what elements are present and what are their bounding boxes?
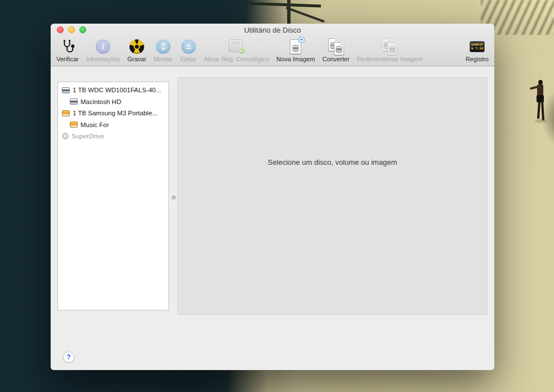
info-button[interactable]: i Informações [86,37,120,63]
mount-button[interactable]: Montar [154,37,173,63]
burn-label: Gravar [127,56,146,63]
titlebar[interactable]: Utilitário de Disco [51,24,494,36]
toolbar: Verificar i Informações Gravar [51,36,494,66]
resize-image-label: Redimensionar Imagem [357,56,423,63]
minimize-button[interactable] [68,26,75,33]
convert-label: Converter [323,56,350,63]
external-volume-icon [70,121,78,128]
burn-icon [129,37,144,56]
optical-drive-icon [62,133,69,139]
person-shadow [535,119,547,123]
convert-icon [328,37,344,56]
zoom-button[interactable] [79,26,86,33]
mount-icon [156,37,171,56]
new-image-icon [290,37,301,56]
splitter-grabber[interactable] [172,196,176,200]
resize-image-icon [382,37,397,56]
sidebar-item-label: Music For [81,121,109,128]
person-leg-right [541,102,544,120]
device-sidebar: 1 TB WDC WD1001FALS-40... Macintosh HD 1… [57,82,169,310]
railing-handrail [285,7,324,22]
close-button[interactable] [57,26,64,33]
window-content: 1 TB WDC WD1001FALS-40... Macintosh HD 1… [51,66,494,370]
railing-top-bar [250,2,321,7]
window-chrome: Utilitário de Disco Verificar [51,24,494,66]
person-torso [537,84,543,96]
enable-journaling-label: Ativar Reg. Cronológico [204,56,269,63]
verify-button[interactable]: Verificar [56,37,79,63]
placeholder-message: Selecione um disco, volume ou imagem [178,158,487,166]
mount-label: Montar [154,56,173,63]
traffic-lights [57,26,86,33]
window-title: Utilitário de Disco [51,24,494,37]
sidebar-item-label: 1 TB WDC WD1001FALS-40... [73,87,161,93]
log-label: Registro [466,56,489,63]
internal-drive-icon [62,87,70,93]
wallpaper-wood-railing [250,0,323,25]
verify-label: Verificar [56,56,79,63]
log-icon: WARNIF W 7:34 [470,37,485,56]
help-button[interactable]: ? [63,352,74,363]
sidebar-item-superdrive[interactable]: SuperDrive [58,130,168,142]
eject-label: Ejetar [180,56,196,63]
green-check-icon [238,47,245,55]
sidebar-item-label: SuperDrive [72,133,104,139]
log-icon-text-2: W 7:34 [471,47,483,50]
first-aid-icon [60,37,75,56]
enable-journaling-button[interactable]: Ativar Reg. Cronológico [204,37,269,63]
sidebar-item-music-for[interactable]: Music For [58,119,168,131]
info-label: Informações [86,56,120,63]
wallpaper-person [533,80,549,136]
sidebar-item-wdc-disk[interactable]: 1 TB WDC WD1001FALS-40... [58,84,168,96]
disk-utility-window: Utilitário de Disco Verificar [51,24,494,370]
railing-post [287,0,291,25]
eject-icon [181,37,196,56]
external-drive-icon [62,110,70,116]
sidebar-item-samsung-disk[interactable]: 1 TB Samsung M3 Portable... [58,107,168,119]
journal-icon [229,37,244,56]
person-leg-left [537,102,540,119]
eject-button[interactable]: Ejetar [180,37,196,63]
log-button[interactable]: WARNIF W 7:34 Registro [466,37,489,63]
sidebar-item-macintosh-hd[interactable]: Macintosh HD [58,96,168,108]
log-icon-text-1: WARNIF [471,43,483,46]
sidebar-item-label: 1 TB Samsung M3 Portable... [73,110,158,116]
new-image-label: Nova Imagem [276,56,315,63]
burn-button[interactable]: Gravar [127,37,146,63]
main-panel: Selecione um disco, volume ou imagem [177,77,488,315]
convert-button[interactable]: Converter [323,37,350,63]
info-icon: i [96,37,110,56]
plus-badge-icon [298,37,305,43]
resize-image-button[interactable]: Redimensionar Imagem [357,37,423,63]
internal-volume-icon [70,98,78,105]
desktop-wallpaper: Utilitário de Disco Verificar [0,0,554,392]
sidebar-item-label: Macintosh HD [81,98,121,105]
new-image-button[interactable]: Nova Imagem [276,37,315,63]
